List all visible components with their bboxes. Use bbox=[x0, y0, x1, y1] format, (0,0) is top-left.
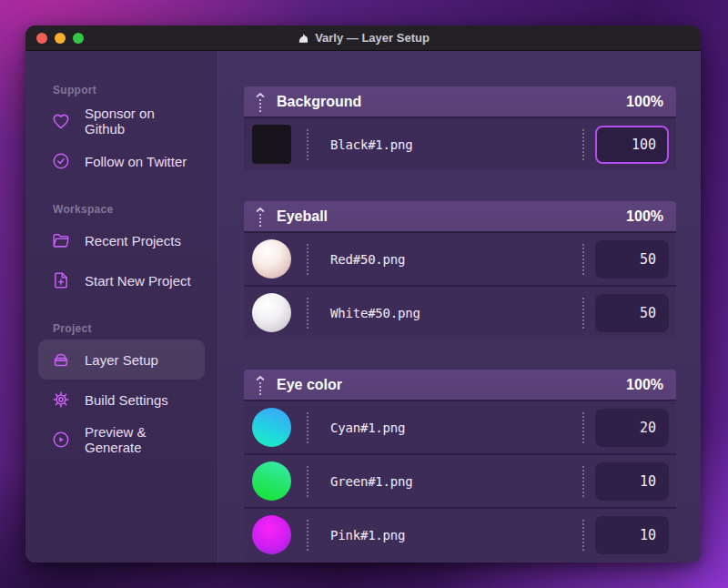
sidebar-item-label: Recent Projects bbox=[85, 233, 181, 248]
layer-weight-input[interactable] bbox=[595, 294, 669, 332]
layer-filename: White#50.png bbox=[330, 306, 420, 320]
sidebar: Support Sponsor on Github Follow on Twit… bbox=[25, 51, 218, 563]
drag-handle-icon[interactable] bbox=[255, 207, 266, 227]
dotted-divider bbox=[307, 298, 308, 329]
sidebar-item-label: Follow on Twitter bbox=[85, 154, 187, 169]
layer-group-weight: 100% bbox=[626, 377, 663, 393]
layer-group-eye-color: Eye color 100% Cyan#1.png Green#1.png bbox=[244, 370, 676, 561]
minimize-button[interactable] bbox=[55, 33, 66, 44]
layer-thumbnail-pink bbox=[252, 515, 291, 554]
drag-handle-icon[interactable] bbox=[255, 375, 266, 395]
layer-filename: Green#1.png bbox=[330, 474, 413, 489]
sidebar-item-label: Build Settings bbox=[85, 392, 168, 408]
app-window: Varly — Layer Setup Support Sponsor on G… bbox=[25, 25, 701, 563]
layer-group-weight: 100% bbox=[626, 94, 663, 110]
layer-weight-input[interactable] bbox=[595, 240, 669, 279]
sidebar-item-sponsor-on-github[interactable]: Sponsor on Github bbox=[38, 101, 205, 141]
layer-group-header: Background 100% bbox=[244, 86, 676, 117]
titlebar: Varly — Layer Setup bbox=[25, 25, 701, 51]
layer-row: Cyan#1.png bbox=[244, 401, 676, 453]
dotted-divider bbox=[307, 244, 308, 275]
dotted-divider bbox=[582, 466, 584, 497]
dotted-divider bbox=[582, 520, 584, 551]
dotted-divider bbox=[582, 244, 584, 275]
play-circle-icon bbox=[51, 430, 71, 450]
sidebar-item-label: Start New Project bbox=[85, 273, 191, 289]
sidebar-item-label: Preview & Generate bbox=[85, 424, 192, 455]
layer-thumbnail-black bbox=[252, 125, 291, 164]
close-button[interactable] bbox=[36, 33, 47, 44]
heart-icon bbox=[51, 111, 71, 131]
layer-weight-input[interactable] bbox=[595, 462, 669, 501]
layer-row: White#50.png bbox=[244, 287, 676, 339]
layer-thumbnail-green bbox=[252, 461, 291, 501]
sidebar-section-workspace: Workspace Recent Projects Start New Proj… bbox=[38, 203, 205, 300]
archive-box-icon bbox=[51, 350, 71, 370]
layer-row: Red#50.png bbox=[244, 233, 676, 285]
dotted-divider bbox=[307, 520, 308, 551]
window-title: Varly — Layer Setup bbox=[25, 31, 701, 45]
layer-group-header: Eye color 100% bbox=[244, 370, 676, 400]
sidebar-item-preview-generate[interactable]: Preview & Generate bbox=[38, 420, 205, 460]
sidebar-item-start-new-project[interactable]: Start New Project bbox=[38, 260, 205, 300]
layer-group-title: Background bbox=[277, 94, 361, 110]
sidebar-section-support: Support Sponsor on Github Follow on Twit… bbox=[38, 84, 205, 181]
layer-group-background: Background 100% Black#1.png bbox=[244, 86, 676, 170]
layer-group-title: Eyeball bbox=[277, 208, 328, 225]
sidebar-item-recent-projects[interactable]: Recent Projects bbox=[38, 220, 205, 260]
sidebar-item-label: Sponsor on Github bbox=[85, 106, 192, 137]
dotted-divider bbox=[307, 466, 308, 497]
zoom-button[interactable] bbox=[73, 33, 84, 44]
layer-thumbnail-white-sphere bbox=[252, 293, 291, 332]
layer-row: Green#1.png bbox=[244, 455, 676, 507]
layer-row: Pink#1.png bbox=[244, 509, 676, 561]
sidebar-item-follow-on-twitter[interactable]: Follow on Twitter bbox=[38, 141, 205, 181]
layer-weight-input[interactable] bbox=[595, 126, 669, 164]
unicorn-app-icon bbox=[297, 32, 309, 45]
sidebar-section-label: Workspace bbox=[53, 203, 205, 216]
sidebar-section-label: Project bbox=[53, 322, 205, 335]
layer-filename: Pink#1.png bbox=[330, 528, 405, 542]
dotted-divider bbox=[582, 129, 584, 160]
layer-setup-panel: Background 100% Black#1.png bbox=[218, 51, 701, 563]
dotted-divider bbox=[582, 412, 584, 443]
layer-weight-input[interactable] bbox=[595, 516, 669, 554]
badge-check-icon bbox=[51, 151, 71, 171]
file-plus-icon bbox=[51, 270, 71, 290]
layer-filename: Red#50.png bbox=[330, 252, 405, 267]
sidebar-section-project: Project Layer Setup Build Settings bbox=[38, 322, 205, 460]
sidebar-section-label: Support bbox=[53, 84, 205, 96]
layer-group-header: Eyeball 100% bbox=[244, 201, 676, 231]
window-title-text: Varly — Layer Setup bbox=[315, 31, 430, 45]
sidebar-item-layer-setup[interactable]: Layer Setup bbox=[38, 340, 205, 380]
layer-row: Black#1.png bbox=[244, 118, 676, 170]
layer-thumbnail-red-sphere bbox=[252, 239, 291, 279]
gear-icon bbox=[51, 390, 71, 410]
layer-group-eyeball: Eyeball 100% Red#50.png White#50.png bbox=[244, 201, 676, 339]
drag-handle-icon[interactable] bbox=[255, 92, 266, 112]
traffic-lights bbox=[36, 33, 84, 44]
layer-group-weight: 100% bbox=[626, 208, 663, 225]
dotted-divider bbox=[582, 298, 584, 329]
layer-filename: Black#1.png bbox=[330, 137, 413, 152]
folder-icon bbox=[51, 230, 71, 250]
layer-group-title: Eye color bbox=[277, 377, 342, 393]
dotted-divider bbox=[307, 129, 308, 160]
dotted-divider bbox=[307, 412, 308, 443]
layer-filename: Cyan#1.png bbox=[330, 421, 405, 435]
layer-thumbnail-cyan bbox=[252, 408, 291, 447]
layer-weight-input[interactable] bbox=[595, 409, 669, 447]
sidebar-item-label: Layer Setup bbox=[85, 352, 158, 368]
sidebar-item-build-settings[interactable]: Build Settings bbox=[38, 380, 205, 420]
